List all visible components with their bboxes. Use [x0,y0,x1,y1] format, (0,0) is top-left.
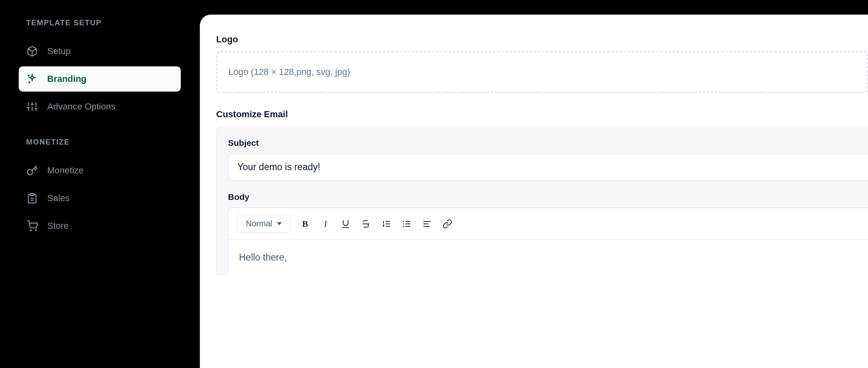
underline-button[interactable] [340,218,351,230]
logo-label: Logo [216,34,868,45]
sidebar-item-label: Branding [47,74,87,84]
sidebar-item-branding[interactable]: Branding [19,66,181,92]
svg-rect-10 [30,193,34,195]
subject-label: Subject [228,138,868,148]
sparkle-icon [26,73,38,85]
bold-button[interactable]: B [299,218,311,230]
email-card: Subject Body Normal B I [216,126,868,275]
sidebar-item-label: Setup [47,46,71,57]
section-header-template-setup: TEMPLATE SETUP [19,18,181,27]
main-panel: Logo Logo (128 × 128,png, svg, jpg) Cust… [199,14,868,368]
cart-icon [26,220,38,232]
key-icon [26,164,38,177]
subject-input[interactable] [228,153,868,181]
svg-point-25 [403,226,404,227]
text-style-label: Normal [246,219,272,228]
align-button[interactable] [421,218,433,230]
italic-button[interactable]: I [320,218,331,230]
clipboard-icon [26,192,38,204]
editor-toolbar: Normal B I [228,208,868,240]
svg-point-13 [30,230,31,230]
sidebar-item-monetize[interactable]: Monetize [19,158,181,183]
sidebar-item-store[interactable]: Store [19,213,181,239]
sidebar-item-label: Sales [47,193,70,204]
sidebar-item-label: Advance Options [47,101,116,112]
section-header-monetize: MONETIZE [19,138,181,147]
unordered-list-button[interactable] [401,218,412,230]
logo-dropzone[interactable]: Logo (128 × 128,png, svg, jpg) [216,51,868,93]
link-button[interactable] [442,218,453,230]
body-label: Body [228,192,868,202]
sidebar-item-label: Store [47,221,69,231]
sidebar-item-label: Monetize [47,165,83,176]
text-style-select[interactable]: Normal [237,215,290,233]
ordered-list-button[interactable] [381,218,392,230]
body-editor: Normal B I [228,208,868,275]
sidebar: TEMPLATE SETUP Setup Branding Advance Op… [0,0,199,368]
body-textarea[interactable]: Hello there, [228,240,868,275]
sliders-icon [26,101,38,113]
strikethrough-button[interactable] [360,218,372,230]
app-layout: TEMPLATE SETUP Setup Branding Advance Op… [0,0,868,368]
svg-point-24 [403,223,404,224]
sidebar-item-setup[interactable]: Setup [19,39,181,64]
svg-point-14 [35,230,36,230]
sidebar-item-advance-options[interactable]: Advance Options [19,94,181,119]
sidebar-item-sales[interactable]: Sales [19,186,181,211]
chevron-down-icon [277,222,282,225]
svg-point-23 [403,221,404,222]
box-icon [26,45,38,57]
logo-dropzone-text: Logo (128 × 128,png, svg, jpg) [228,67,350,77]
customize-email-label: Customize Email [216,109,868,120]
